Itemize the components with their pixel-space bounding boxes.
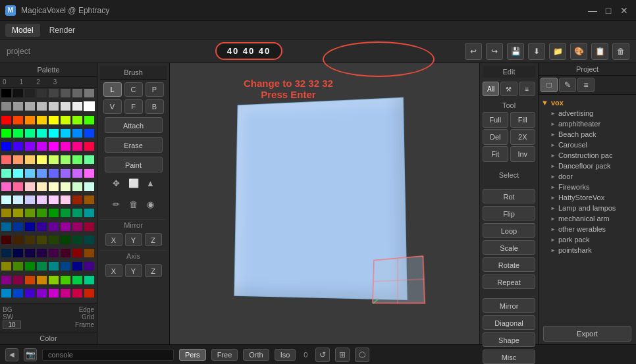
color-cell-49[interactable] [13, 169, 23, 178]
color-cell-1[interactable] [13, 89, 23, 97]
tree-item-3[interactable]: Carousel [541, 140, 633, 150]
color-cell-31[interactable] [84, 129, 94, 138]
color-cell-14[interactable] [72, 102, 82, 111]
tree-item-1[interactable]: amphitheater [541, 118, 633, 129]
color-cell-83[interactable] [37, 222, 47, 231]
btn-inv[interactable]: Inv [510, 146, 536, 162]
erase-button[interactable]: Erase [105, 137, 163, 153]
color-cell-126[interactable] [72, 289, 82, 298]
color-cell-59[interactable] [37, 182, 47, 191]
grid-icon[interactable]: ⊞ [335, 348, 350, 362]
color-cell-124[interactable] [49, 289, 59, 298]
fill-icon[interactable]: ◉ [144, 199, 157, 213]
brush-mode-p[interactable]: P [146, 82, 164, 97]
color-cell-55[interactable] [84, 169, 94, 178]
color-cell-123[interactable] [37, 289, 47, 298]
color-cell-74[interactable] [25, 209, 35, 217]
color-cell-75[interactable] [37, 209, 47, 217]
color-cell-99[interactable] [37, 249, 47, 257]
color-cell-114[interactable] [25, 276, 35, 284]
color-cell-63[interactable] [84, 182, 94, 191]
attach-button[interactable]: Attach [105, 117, 163, 133]
color-cell-53[interactable] [61, 169, 70, 178]
color-cell-18[interactable] [25, 116, 35, 124]
color-cell-58[interactable] [25, 182, 35, 191]
color-cell-79[interactable] [84, 209, 94, 217]
color-cell-90[interactable] [25, 236, 35, 244]
folder-button[interactable]: 📁 [549, 43, 566, 60]
scale-btn[interactable]: Scale [483, 240, 535, 255]
loop-btn[interactable]: Loop [483, 223, 535, 238]
brush-mode-f[interactable]: F [124, 99, 143, 114]
color-cell-85[interactable] [61, 222, 70, 231]
brush-mode-b[interactable]: B [146, 99, 164, 114]
color-cell-113[interactable] [13, 276, 23, 284]
btn-del[interactable]: Del [483, 129, 508, 145]
tree-item-5[interactable]: Dancefloor pack [541, 161, 633, 171]
color-cell-84[interactable] [49, 222, 59, 231]
rotate-btn[interactable]: Rotate [483, 257, 535, 272]
btn-full[interactable]: Full [483, 112, 508, 128]
color-cell-28[interactable] [49, 129, 59, 138]
color-cell-122[interactable] [25, 289, 35, 298]
color-cell-106[interactable] [25, 262, 35, 271]
tree-item-8[interactable]: HattyStoreVox [541, 192, 633, 203]
color-cell-23[interactable] [84, 116, 94, 124]
status-arrow-left[interactable]: ◀ [5, 348, 18, 361]
mirror-z[interactable]: Z [145, 233, 162, 246]
color-cell-107[interactable] [37, 262, 47, 271]
tree-item-4[interactable]: Construction pac [541, 150, 633, 161]
color-cell-51[interactable] [37, 169, 47, 178]
color-cell-95[interactable] [84, 236, 94, 244]
diagonal-btn[interactable]: Diagonal [483, 315, 535, 330]
color-cell-47[interactable] [84, 155, 94, 164]
color-cell-98[interactable] [25, 249, 35, 257]
color-cell-36[interactable] [49, 142, 59, 151]
trash-icon[interactable]: 🗑 [127, 199, 140, 213]
color-cell-117[interactable] [61, 276, 70, 284]
brush-mode-l[interactable]: L [103, 82, 122, 97]
color-cell-2[interactable] [25, 89, 35, 97]
maximize-button[interactable]: □ [602, 4, 615, 17]
close-button[interactable]: ✕ [618, 4, 631, 17]
color-cell-105[interactable] [13, 262, 23, 271]
color-cell-44[interactable] [49, 155, 59, 164]
color-cell-21[interactable] [61, 116, 70, 124]
color-cell-66[interactable] [25, 195, 35, 204]
color-cell-52[interactable] [49, 169, 59, 178]
color-cell-56[interactable] [1, 182, 11, 191]
color-cell-82[interactable] [25, 222, 35, 231]
color-cell-65[interactable] [13, 195, 23, 204]
menu-render[interactable]: Render [43, 24, 82, 37]
color-cell-121[interactable] [13, 289, 23, 298]
tree-item-12[interactable]: park pack [541, 234, 633, 245]
color-cell-102[interactable] [72, 249, 82, 257]
mode-orth[interactable]: Orth [243, 349, 269, 361]
axis-z[interactable]: Z [145, 264, 162, 277]
tree-item-0[interactable]: advertising [541, 108, 633, 118]
export-button[interactable]: Export [543, 326, 631, 342]
color-cell-88[interactable] [1, 236, 11, 244]
color-cell-94[interactable] [72, 236, 82, 244]
tree-item-2[interactable]: Beach pack [541, 129, 633, 140]
color-cell-35[interactable] [37, 142, 47, 151]
color-cell-103[interactable] [84, 249, 94, 257]
minimize-button[interactable]: — [586, 4, 599, 17]
edit-tab-list[interactable]: ≡ [519, 82, 535, 96]
color-cell-24[interactable] [1, 129, 11, 138]
tree-item-7[interactable]: Fireworks [541, 182, 633, 192]
color-cell-45[interactable] [61, 155, 70, 164]
paint-button[interactable]: Paint [105, 157, 163, 172]
color-cell-89[interactable] [13, 236, 23, 244]
select-icon[interactable]: ⬜ [127, 178, 140, 192]
color-cell-118[interactable] [72, 276, 82, 284]
undo-button[interactable]: ↩ [465, 43, 482, 60]
color-cell-32[interactable] [1, 142, 11, 151]
tree-item-9[interactable]: Lamp and lampos [541, 203, 633, 213]
color-cell-11[interactable] [37, 102, 47, 111]
proj-tab-list[interactable]: ≡ [577, 78, 595, 92]
color-cell-5[interactable] [61, 89, 70, 97]
color-cell-111[interactable] [84, 262, 94, 271]
color-cell-62[interactable] [72, 182, 82, 191]
color-cell-0[interactable] [1, 89, 11, 97]
